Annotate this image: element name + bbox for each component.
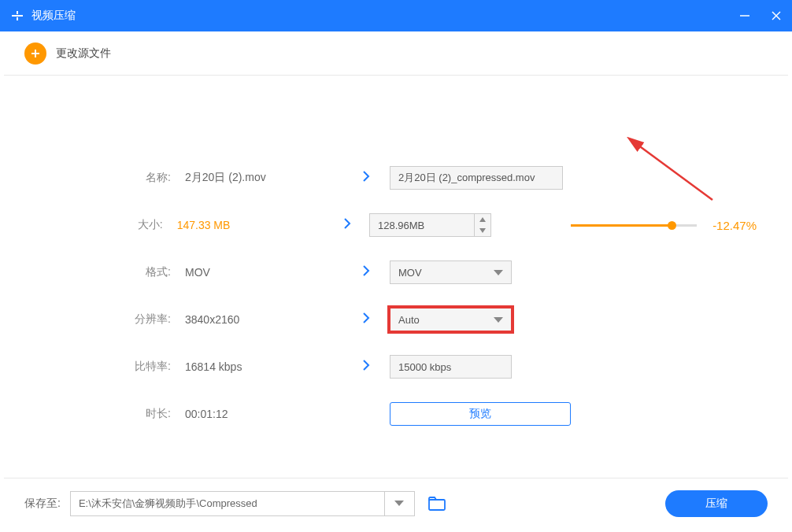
bitrate-label: 比特率:	[35, 360, 185, 374]
name-target-input[interactable]: 2月20日 (2)_compressed.mov	[390, 166, 563, 190]
main-area: 名称: 2月20日 (2).mov 2月20日 (2)_compressed.m…	[4, 76, 788, 478]
row-bitrate: 比特率: 16814 kbps 15000 kbps	[35, 343, 757, 390]
spinner-up-icon[interactable]	[475, 214, 490, 225]
name-source-value: 2月20日 (2).mov	[185, 171, 342, 185]
app-icon	[9, 8, 25, 24]
window-body: 更改源文件 名称: 2月20日 (2).mov 2月20日 (2)_compre…	[4, 31, 788, 528]
svg-rect-2	[17, 17, 18, 20]
duration-label: 时长:	[35, 407, 185, 421]
size-slider[interactable]	[571, 224, 697, 227]
chevron-down-icon	[394, 501, 404, 506]
size-source-value: 147.33 MB	[177, 219, 325, 231]
chevron-down-icon	[494, 270, 503, 275]
arrow-icon	[342, 170, 390, 187]
open-folder-button[interactable]	[423, 491, 451, 516]
footer: 保存至: E:\沐禾安信\金狮视频助手\Compressed 压缩	[4, 478, 788, 528]
add-source-button[interactable]	[24, 42, 46, 65]
row-duration: 时长: 00:01:12 预览	[35, 390, 757, 438]
resolution-label: 分辨率:	[35, 312, 185, 327]
size-target-input[interactable]: 128.96MB	[369, 213, 491, 237]
close-button[interactable]	[770, 9, 783, 22]
format-label: 格式:	[35, 265, 185, 279]
bitrate-source-value: 16814 kbps	[185, 360, 342, 373]
svg-rect-0	[12, 15, 23, 17]
save-path-input[interactable]: E:\沐禾安信\金狮视频助手\Compressed	[70, 491, 385, 516]
row-format: 格式: MOV MOV	[35, 249, 757, 296]
row-name: 名称: 2月20日 (2).mov 2月20日 (2)_compressed.m…	[35, 154, 757, 201]
save-path-dropdown[interactable]	[385, 491, 415, 516]
save-to-label: 保存至:	[24, 497, 61, 511]
resolution-source-value: 3840x2160	[185, 313, 342, 326]
titlebar: 视频压缩	[0, 0, 792, 31]
arrow-icon	[342, 359, 390, 375]
chevron-down-icon	[494, 317, 503, 323]
preview-button[interactable]: 预览	[390, 402, 571, 426]
row-size: 大小: 147.33 MB 128.96MB -12.47%	[35, 201, 757, 249]
slider-handle[interactable]	[668, 221, 676, 230]
resolution-dropdown[interactable]: Auto	[390, 308, 512, 331]
compress-button[interactable]: 压缩	[665, 490, 768, 517]
change-source-label: 更改源文件	[56, 46, 111, 61]
bitrate-target-input[interactable]: 15000 kbps	[390, 355, 512, 379]
size-percent: -12.47%	[712, 219, 757, 232]
minimize-button[interactable]	[738, 9, 751, 22]
format-source-value: MOV	[185, 266, 342, 279]
window-title: 视频压缩	[31, 9, 738, 23]
svg-rect-9	[429, 500, 445, 510]
header-row: 更改源文件	[4, 31, 788, 76]
svg-rect-1	[17, 11, 18, 14]
spinner-down-icon[interactable]	[475, 225, 490, 236]
arrow-icon	[342, 264, 390, 281]
arrow-icon	[325, 217, 369, 234]
size-label: 大小:	[35, 218, 177, 232]
duration-value: 00:01:12	[185, 408, 342, 420]
format-dropdown[interactable]: MOV	[390, 260, 512, 284]
arrow-icon	[342, 312, 390, 328]
size-spinner[interactable]	[474, 214, 490, 236]
row-resolution: 分辨率: 3840x2160 Auto	[35, 296, 757, 343]
name-label: 名称:	[35, 171, 185, 185]
